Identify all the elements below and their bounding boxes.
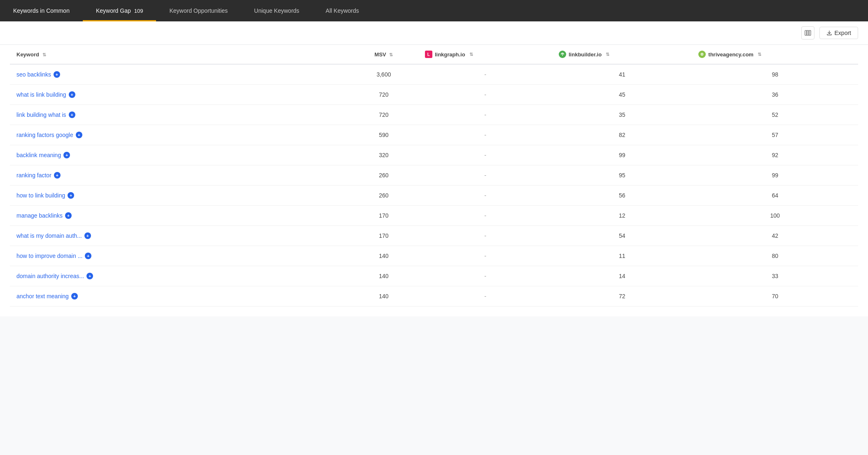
- linkgraph-cell: -: [418, 145, 552, 165]
- export-button[interactable]: Export: [819, 27, 858, 39]
- table-row: seo backlinks+3,600-4198: [10, 64, 858, 85]
- columns-button[interactable]: [801, 26, 814, 39]
- msv-cell: 140: [349, 246, 418, 266]
- keyword-plus-icon[interactable]: +: [54, 71, 60, 78]
- linkbuilder-cell: 35: [552, 105, 692, 125]
- msv-cell: 720: [349, 85, 418, 105]
- table-row: manage backlinks+170-12100: [10, 206, 858, 226]
- keyword-cell[interactable]: ranking factors google+: [10, 125, 349, 145]
- linkgraph-cell: -: [418, 226, 552, 246]
- thrive-cell: 36: [692, 85, 858, 105]
- keyword-plus-icon[interactable]: +: [69, 111, 75, 118]
- keyword-cell[interactable]: how to improve domain ...+: [10, 246, 349, 266]
- keyword-link[interactable]: domain authority increas...+: [16, 273, 343, 279]
- linkbuilder-cell: 12: [552, 206, 692, 226]
- tab-keywords-in-common[interactable]: Keywords in Common: [0, 0, 83, 21]
- thrive-cell: 64: [692, 186, 858, 206]
- keyword-plus-icon[interactable]: +: [85, 253, 91, 259]
- keyword-link[interactable]: anchor text meaning+: [16, 293, 343, 299]
- tab-bar: Keywords in Common Keyword Gap 109 Keywo…: [0, 0, 868, 21]
- table-header-row: Keyword ⇅ MSV ⇅ L linkgraph.io ⇅: [10, 45, 858, 64]
- linkgraph-domain-icon: L: [425, 51, 432, 58]
- keyword-plus-icon[interactable]: +: [76, 132, 82, 138]
- thrive-cell: 33: [692, 266, 858, 286]
- col-thrive[interactable]: ✿ thriveagency.com ⇅: [692, 45, 858, 64]
- keyword-cell[interactable]: how to link building+: [10, 186, 349, 206]
- keyword-plus-icon[interactable]: +: [68, 192, 74, 199]
- keyword-plus-icon[interactable]: +: [54, 172, 61, 179]
- thrive-cell: 52: [692, 105, 858, 125]
- keyword-plus-icon[interactable]: +: [71, 293, 78, 299]
- msv-cell: 140: [349, 266, 418, 286]
- keyword-link[interactable]: manage backlinks+: [16, 212, 343, 219]
- linkbuilder-cell: 14: [552, 266, 692, 286]
- linkbuilder-cell: 54: [552, 226, 692, 246]
- linkbuilder-cell: 95: [552, 165, 692, 186]
- keyword-plus-icon[interactable]: +: [84, 232, 91, 239]
- col-linkbuilder[interactable]: linkbuilder.io ⇅: [552, 45, 692, 64]
- linkgraph-cell: -: [418, 186, 552, 206]
- table-row: ranking factor+260-9599: [10, 165, 858, 186]
- keyword-cell[interactable]: seo backlinks+: [10, 64, 349, 85]
- tab-all-keywords[interactable]: All Keywords: [313, 0, 372, 21]
- tab-keyword-opportunities[interactable]: Keyword Opportunities: [156, 0, 241, 21]
- keyword-cell[interactable]: backlink meaning+: [10, 145, 349, 165]
- keyword-cell[interactable]: manage backlinks+: [10, 206, 349, 226]
- msv-cell: 260: [349, 186, 418, 206]
- table-row: what is my domain auth...+170-5442: [10, 226, 858, 246]
- msv-cell: 590: [349, 125, 418, 145]
- linkbuilder-cell: 82: [552, 125, 692, 145]
- keyword-link[interactable]: what is link building+: [16, 91, 343, 98]
- table-row: how to link building+260-5664: [10, 186, 858, 206]
- svg-rect-1: [807, 30, 809, 35]
- keyword-link[interactable]: how to link building+: [16, 192, 343, 199]
- keyword-plus-icon[interactable]: +: [63, 152, 70, 158]
- sort-thrive-icon: ⇅: [758, 52, 761, 57]
- table-row: what is link building+720-4536: [10, 85, 858, 105]
- thrive-cell: 70: [692, 286, 858, 306]
- col-linkgraph[interactable]: L linkgraph.io ⇅: [418, 45, 552, 64]
- thrive-cell: 80: [692, 246, 858, 266]
- keyword-link[interactable]: what is my domain auth...+: [16, 232, 343, 239]
- keyword-plus-icon[interactable]: +: [65, 212, 72, 219]
- keyword-cell[interactable]: link building what is+: [10, 105, 349, 125]
- linkbuilder-cell: 41: [552, 64, 692, 85]
- linkgraph-cell: -: [418, 286, 552, 306]
- col-keyword[interactable]: Keyword ⇅: [10, 45, 349, 64]
- table-row: backlink meaning+320-9992: [10, 145, 858, 165]
- thrive-cell: 99: [692, 165, 858, 186]
- thrive-domain-icon: ✿: [698, 51, 706, 58]
- keyword-cell[interactable]: ranking factor+: [10, 165, 349, 186]
- table-row: how to improve domain ...+140-1180: [10, 246, 858, 266]
- keyword-plus-icon[interactable]: +: [86, 273, 93, 279]
- sort-msv-icon: ⇅: [389, 52, 393, 58]
- tab-keyword-gap[interactable]: Keyword Gap 109: [83, 0, 156, 21]
- linkgraph-cell: -: [418, 105, 552, 125]
- msv-cell: 170: [349, 226, 418, 246]
- keyword-plus-icon[interactable]: +: [69, 91, 75, 98]
- linkgraph-cell: -: [418, 246, 552, 266]
- export-icon: [826, 30, 832, 36]
- linkbuilder-cell: 99: [552, 145, 692, 165]
- keyword-link[interactable]: how to improve domain ...+: [16, 253, 343, 259]
- keyword-link[interactable]: seo backlinks+: [16, 71, 343, 78]
- keyword-cell[interactable]: what is link building+: [10, 85, 349, 105]
- keyword-link[interactable]: backlink meaning+: [16, 152, 343, 158]
- keyword-link[interactable]: ranking factor+: [16, 172, 343, 179]
- keyword-link[interactable]: ranking factors google+: [16, 132, 343, 138]
- table-row: anchor text meaning+140-7270: [10, 286, 858, 306]
- keyword-cell[interactable]: what is my domain auth...+: [10, 226, 349, 246]
- msv-cell: 170: [349, 206, 418, 226]
- col-msv[interactable]: MSV ⇅: [349, 45, 418, 64]
- linkgraph-cell: -: [418, 64, 552, 85]
- linkgraph-cell: -: [418, 165, 552, 186]
- keyword-link[interactable]: link building what is+: [16, 111, 343, 118]
- msv-cell: 720: [349, 105, 418, 125]
- keyword-cell[interactable]: anchor text meaning+: [10, 286, 349, 306]
- linkgraph-cell: -: [418, 266, 552, 286]
- linkbuilder-cell: 56: [552, 186, 692, 206]
- tab-unique-keywords[interactable]: Unique Keywords: [241, 0, 313, 21]
- linkgraph-cell: -: [418, 85, 552, 105]
- msv-cell: 260: [349, 165, 418, 186]
- keyword-cell[interactable]: domain authority increas...+: [10, 266, 349, 286]
